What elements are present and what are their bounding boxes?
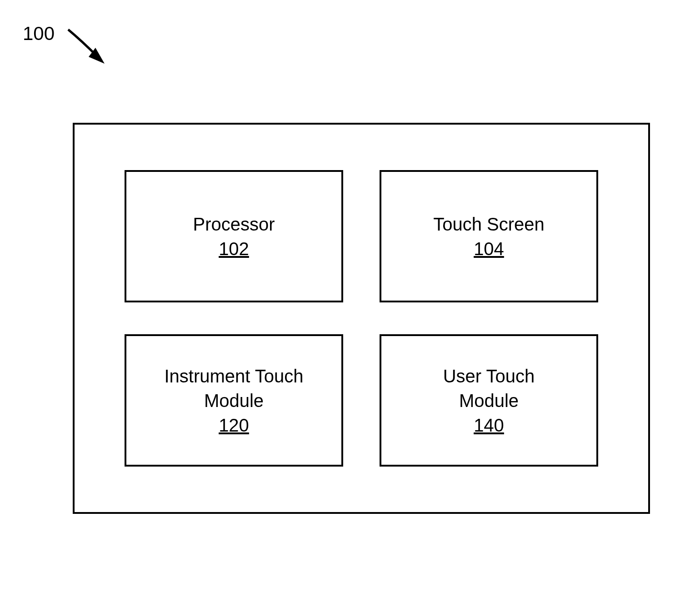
user-touch-number: 140 (474, 413, 504, 437)
instrument-touch-number: 120 (219, 413, 249, 437)
touch-screen-block: Touch Screen 104 (380, 170, 598, 302)
arrow-icon (64, 27, 114, 73)
touch-screen-number: 104 (474, 236, 504, 261)
system-container: Processor 102 Touch Screen 104 Instrumen… (73, 123, 650, 514)
instrument-touch-title-line2: Module (204, 388, 264, 413)
reference-label: 100 (23, 23, 114, 73)
user-touch-title-line1: User Touch (443, 364, 535, 388)
user-touch-block: User Touch Module 140 (380, 334, 598, 467)
reference-number: 100 (23, 23, 55, 45)
touch-screen-title: Touch Screen (433, 212, 545, 236)
processor-title: Processor (193, 212, 275, 236)
user-touch-title-line2: Module (459, 388, 519, 413)
instrument-touch-block: Instrument Touch Module 120 (125, 334, 343, 467)
processor-number: 102 (219, 236, 249, 261)
processor-block: Processor 102 (125, 170, 343, 302)
instrument-touch-title-line1: Instrument Touch (164, 364, 303, 388)
